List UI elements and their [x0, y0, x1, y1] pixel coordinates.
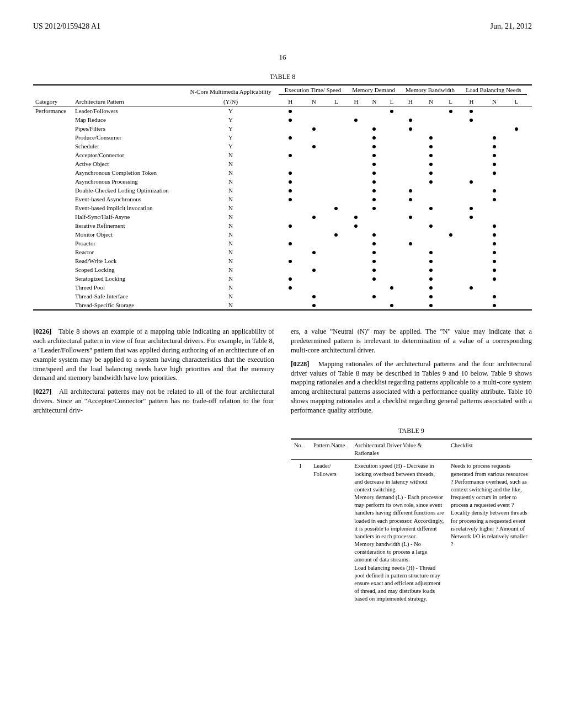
table8-row: Produce/ConsumerY: [33, 133, 532, 142]
cell-dot: [326, 106, 347, 116]
table8-row: Asynchronous Completion TokenN: [33, 168, 532, 177]
para-number: [0226]: [33, 328, 51, 335]
cell-dot: [400, 133, 420, 142]
cell-dot: [506, 230, 527, 239]
cell-dot: [347, 301, 365, 310]
cell-dot: [441, 186, 460, 195]
dot-icon: [429, 163, 433, 166]
dot-icon: [493, 163, 496, 166]
cell-applicability: N: [183, 212, 279, 221]
cell-applicability: N: [183, 256, 279, 265]
th-pattern: Architecture Pattern: [73, 97, 183, 106]
cell-dot: [400, 204, 420, 212]
dot-icon: [493, 198, 496, 201]
cell-dot: [365, 212, 383, 221]
cell-dot: [441, 283, 460, 292]
dot-icon: [289, 277, 292, 281]
cell-dot: [483, 159, 505, 168]
cell-dot: [383, 151, 400, 159]
cell-dot: [365, 265, 383, 274]
para-0227: [0227] All architectural patterns may no…: [33, 387, 274, 415]
cell-dot: [400, 168, 420, 177]
cell-dot: [400, 124, 420, 133]
cell-dot: [326, 256, 347, 265]
para-0226: [0226] Table 8 shows an example of a map…: [33, 327, 274, 383]
cell-dot: [420, 151, 441, 159]
cell-dot: [365, 133, 383, 142]
cell-dot: [365, 159, 383, 168]
cell-dot: [420, 221, 441, 230]
cell-dot: [441, 274, 460, 283]
cell-dot: [383, 177, 400, 186]
cell-category: [33, 124, 73, 133]
cell-dot: [302, 133, 325, 142]
cell-dot: [326, 204, 347, 212]
cell-dot: [483, 204, 505, 212]
cell-dot: [483, 301, 505, 310]
cell-dot: [302, 212, 325, 221]
cell-category: [33, 115, 73, 124]
cell-dot: [506, 283, 527, 292]
cell-dot: [347, 142, 365, 151]
cell-dot: [483, 133, 505, 142]
para-0227-cont: ers, a value "Neutral (N)" may be applie…: [291, 327, 532, 355]
cell-category: [33, 221, 73, 230]
cell-dot: [326, 221, 347, 230]
table9-row: 1 Leader/ Followers Execution speed (H) …: [291, 460, 532, 606]
cell-dot: [279, 124, 302, 133]
dot-icon: [409, 216, 412, 219]
cell-dot: [420, 124, 441, 133]
cell-dot: [483, 230, 505, 239]
cell-dot: [441, 212, 460, 221]
cell-applicability: N: [183, 159, 279, 168]
cell-dot: [441, 256, 460, 265]
cell-dot: [302, 186, 325, 195]
cell-dot: [460, 221, 483, 230]
cell-dot: [400, 230, 420, 239]
cell-dot: [483, 283, 505, 292]
cell-dot: [460, 230, 483, 239]
cell-applicability: N: [183, 301, 279, 310]
cell-dot: [347, 230, 365, 239]
cell-dot: [279, 230, 302, 239]
cell-dot: [506, 151, 527, 159]
table8-row: Scoped LockingN: [33, 265, 532, 274]
cell-category: [33, 256, 73, 265]
cell-dot: [420, 265, 441, 274]
table9-caption: TABLE 9: [291, 426, 532, 435]
dot-icon: [372, 136, 376, 140]
cell-dot: [460, 142, 483, 151]
cell-category: [33, 239, 73, 248]
cell-dot: [347, 115, 365, 124]
cell-dot: [420, 106, 441, 116]
cell-dot: [365, 301, 383, 310]
cell-dot: [506, 212, 527, 221]
cell-dot: [420, 274, 441, 283]
dot-icon: [372, 127, 376, 131]
cell-category: [33, 283, 73, 292]
dot-icon: [493, 136, 496, 140]
cell-dot: [506, 168, 527, 177]
dot-icon: [429, 154, 433, 157]
cell-dot: [302, 151, 325, 159]
cell-category: Performance: [33, 106, 73, 116]
cell-dot: [460, 106, 483, 116]
page-header: US 2012/0159428 A1 Jun. 21, 2012: [33, 22, 532, 31]
cell-dot: [400, 151, 420, 159]
cell-dot: [302, 159, 325, 168]
dot-icon: [429, 260, 433, 263]
dot-icon: [429, 277, 433, 281]
table8-row: Monitor ObjectN: [33, 230, 532, 239]
cell-dot: [365, 115, 383, 124]
table8: N-Core Multimedia Applicability Executio…: [33, 84, 532, 311]
cell-dot: [441, 230, 460, 239]
cell-dot: [506, 142, 527, 151]
dot-icon: [409, 198, 412, 201]
cell-dot: [460, 151, 483, 159]
cell-dot: [483, 212, 505, 221]
cell-dot: [483, 221, 505, 230]
cell-applicability: N: [183, 292, 279, 301]
cell-dot: [279, 248, 302, 256]
table8-row: Event-based implicit invocationN: [33, 204, 532, 212]
cell-dot: [326, 142, 347, 151]
